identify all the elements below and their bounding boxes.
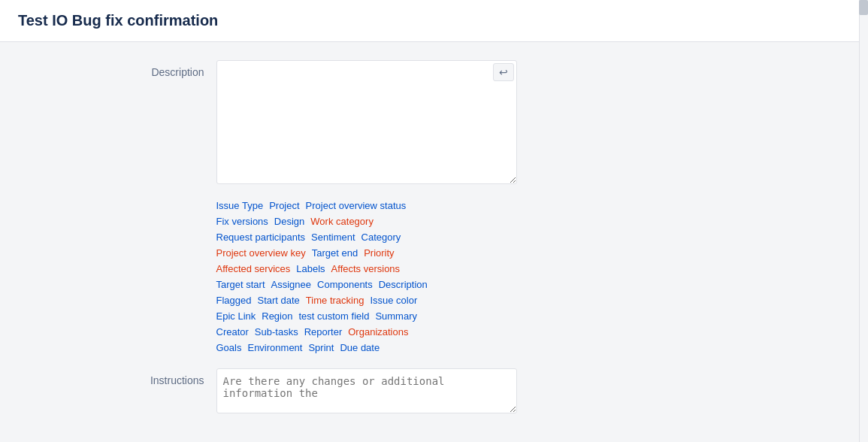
undo-button[interactable]: ↩	[493, 63, 514, 81]
tag-2-2[interactable]: Category	[361, 230, 401, 244]
tag-1-1[interactable]: Design	[274, 214, 304, 229]
tag-8-1[interactable]: Sub-tasks	[255, 325, 298, 339]
undo-icon: ↩	[499, 66, 508, 78]
scrollbar-track[interactable]	[859, 0, 868, 442]
description-label: Description	[96, 60, 216, 78]
tag-0-2[interactable]: Project overview status	[306, 198, 407, 213]
tag-5-2[interactable]: Components	[317, 277, 373, 292]
tag-1-0[interactable]: Fix versions	[216, 214, 268, 229]
instructions-row: Instructions	[96, 368, 773, 416]
tags-row-8: CreatorSub-tasksReporterOrganizations	[216, 325, 532, 339]
tags-container: Issue TypeProjectProject overview status…	[216, 198, 532, 356]
tag-2-1[interactable]: Sentiment	[311, 230, 355, 244]
tag-5-1[interactable]: Assignee	[271, 277, 311, 292]
tag-6-1[interactable]: Start date	[257, 293, 299, 307]
tags-row-1: Fix versionsDesignWork category	[216, 214, 532, 229]
tags-row-6: FlaggedStart dateTime trackingIssue colo…	[216, 293, 532, 307]
description-row: Description ↩	[96, 60, 773, 186]
instructions-label: Instructions	[96, 368, 216, 386]
tag-8-0[interactable]: Creator	[216, 325, 249, 339]
form-section: Description ↩ Issue TypeProjectProject o…	[0, 60, 868, 428]
tag-7-0[interactable]: Epic Link	[216, 309, 256, 323]
tag-3-1[interactable]: Target end	[312, 246, 358, 260]
instructions-field	[216, 368, 773, 416]
tags-row-7: Epic LinkRegiontest custom fieldSummary	[216, 309, 532, 323]
tag-5-3[interactable]: Description	[379, 277, 428, 292]
page-header: Test IO Bug fix confirmation	[0, 0, 868, 42]
description-textarea[interactable]	[216, 60, 517, 184]
description-textarea-wrapper: ↩	[216, 60, 517, 186]
tags-row-2: Request participantsSentimentCategory	[216, 230, 532, 244]
tag-9-2[interactable]: Sprint	[308, 341, 334, 355]
tags-row-3: Project overview keyTarget endPriority	[216, 246, 532, 260]
tag-7-3[interactable]: Summary	[375, 309, 417, 323]
tags-row-5: Target startAssigneeComponentsDescriptio…	[216, 277, 532, 292]
tag-5-0[interactable]: Target start	[216, 277, 265, 292]
tags-row-0: Issue TypeProjectProject overview status	[216, 198, 532, 213]
instructions-textarea[interactable]	[216, 368, 517, 413]
tag-4-0[interactable]: Affected services	[216, 262, 291, 276]
tag-6-2[interactable]: Time tracking	[306, 293, 364, 307]
tag-9-3[interactable]: Due date	[340, 341, 380, 355]
tag-0-0[interactable]: Issue Type	[216, 198, 264, 213]
scrollbar-thumb[interactable]	[859, 0, 868, 15]
tags-row-wrapper: Issue TypeProjectProject overview status…	[96, 198, 773, 356]
tag-9-1[interactable]: Environment	[247, 341, 302, 355]
tag-3-0[interactable]: Project overview key	[216, 246, 306, 260]
tag-3-2[interactable]: Priority	[364, 246, 394, 260]
tag-4-2[interactable]: Affects versions	[331, 262, 401, 276]
tags-row-4: Affected servicesLabelsAffects versions	[216, 262, 532, 276]
page-title: Test IO Bug fix confirmation	[18, 12, 850, 29]
tags-label-spacer	[96, 198, 216, 204]
tag-2-0[interactable]: Request participants	[216, 230, 306, 244]
tag-8-3[interactable]: Organizations	[348, 325, 408, 339]
tag-6-0[interactable]: Flagged	[216, 293, 252, 307]
page-wrapper: Test IO Bug fix confirmation Description…	[0, 0, 868, 442]
tags-row-9: GoalsEnvironmentSprintDue date	[216, 341, 532, 355]
tag-7-1[interactable]: Region	[262, 309, 292, 323]
tag-7-2[interactable]: test custom field	[298, 309, 369, 323]
tag-4-1[interactable]: Labels	[296, 262, 325, 276]
description-field: ↩	[216, 60, 773, 186]
tag-0-1[interactable]: Project	[269, 198, 299, 213]
tag-1-2[interactable]: Work category	[310, 214, 374, 229]
page-content: Description ↩ Issue TypeProjectProject o…	[0, 42, 868, 442]
tag-6-3[interactable]: Issue color	[370, 293, 417, 307]
tag-8-2[interactable]: Reporter	[304, 325, 343, 339]
tag-9-0[interactable]: Goals	[216, 341, 242, 355]
